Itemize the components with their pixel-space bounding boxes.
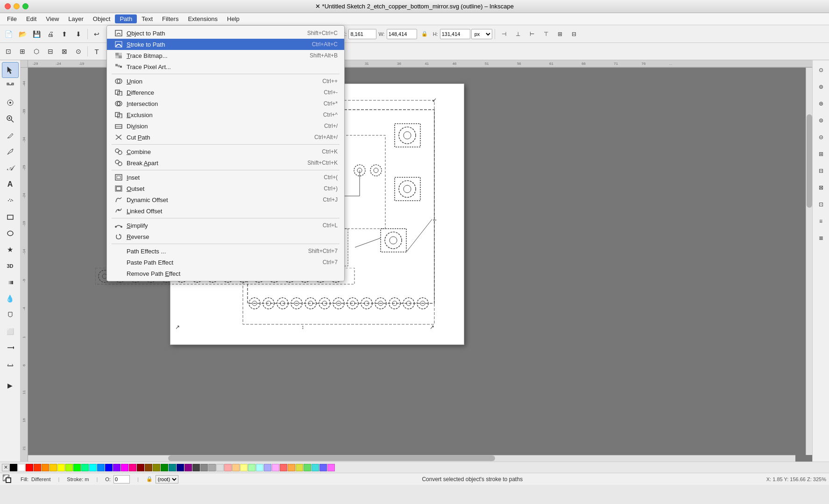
- node-tool[interactable]: [2, 78, 19, 94]
- menu-edit[interactable]: Edit: [21, 14, 41, 23]
- right-tool6[interactable]: ⊞: [813, 146, 829, 162]
- pencil-tool[interactable]: [2, 127, 19, 143]
- tb2-btn1[interactable]: ⊡: [2, 45, 15, 57]
- new-button[interactable]: 📄: [2, 28, 15, 40]
- menu-extensions[interactable]: Extensions: [183, 14, 222, 23]
- difference-item[interactable]: Difference Ctrl+-: [107, 87, 344, 98]
- text-tool[interactable]: A: [2, 176, 19, 192]
- intersection-item[interactable]: Intersection Ctrl+*: [107, 98, 344, 109]
- right-tool5[interactable]: ⊝: [813, 129, 829, 145]
- color-periwinkle[interactable]: [319, 464, 327, 471]
- open-button[interactable]: 📂: [16, 28, 29, 40]
- menu-object[interactable]: Object: [88, 14, 115, 23]
- align-left[interactable]: ⊣: [497, 28, 510, 40]
- color-peach[interactable]: [232, 464, 240, 471]
- right-tool7[interactable]: ⊟: [813, 163, 829, 179]
- break-apart-item[interactable]: Break Apart Shift+Ctrl+K: [107, 157, 344, 168]
- color-olive[interactable]: [153, 464, 160, 471]
- color-light-green[interactable]: [248, 464, 255, 471]
- menu-view[interactable]: View: [41, 14, 64, 23]
- tb2-btn6[interactable]: ⊙: [72, 45, 85, 57]
- w-input[interactable]: [387, 29, 417, 39]
- color-navy[interactable]: [177, 464, 184, 471]
- color-light-yellow[interactable]: [240, 464, 248, 471]
- reverse-item[interactable]: Reverse: [107, 231, 344, 242]
- color-orange-red[interactable]: [34, 464, 41, 471]
- 3d-tool[interactable]: 3D: [2, 258, 19, 274]
- color-white[interactable]: [18, 464, 25, 471]
- color-light-gray[interactable]: [208, 464, 216, 471]
- align-bottom[interactable]: ⊟: [567, 28, 581, 40]
- align-center-h[interactable]: ⊥: [511, 28, 524, 40]
- color-green[interactable]: [73, 464, 81, 471]
- right-tool11[interactable]: ≣: [813, 230, 829, 246]
- align-center-v[interactable]: ⊞: [553, 28, 567, 40]
- menu-path[interactable]: Path: [115, 14, 137, 23]
- tb2-btn2[interactable]: ⊞: [16, 45, 29, 57]
- undo-button[interactable]: ↩: [90, 28, 103, 40]
- color-purple[interactable]: [184, 464, 192, 471]
- measure-tool[interactable]: [2, 356, 19, 372]
- color-yellow[interactable]: [57, 464, 65, 471]
- tb2-btn5[interactable]: ⊠: [58, 45, 71, 57]
- right-tool8[interactable]: ⊠: [813, 180, 829, 196]
- scrollbar-horizontal[interactable]: [28, 455, 795, 462]
- circle-tool[interactable]: [2, 225, 19, 241]
- color-gray[interactable]: [200, 464, 208, 471]
- color-brown[interactable]: [145, 464, 152, 471]
- inset-item[interactable]: Inset Ctrl+(: [107, 172, 344, 183]
- color-dark-green[interactable]: [161, 464, 168, 471]
- right-tool9[interactable]: ⊡: [813, 196, 829, 212]
- division-item[interactable]: Division Ctrl+/: [107, 120, 344, 132]
- menu-layer[interactable]: Layer: [64, 14, 88, 23]
- menu-filters[interactable]: Filters: [157, 14, 183, 23]
- outset-item[interactable]: Outset Ctrl+): [107, 183, 344, 194]
- color-salmon[interactable]: [280, 464, 287, 471]
- exclusion-item[interactable]: Exclusion Ctrl+^: [107, 109, 344, 120]
- color-magenta[interactable]: [121, 464, 128, 471]
- color-black[interactable]: [10, 464, 17, 471]
- color-yellow-green[interactable]: [65, 464, 73, 471]
- stroke-swatch[interactable]: [6, 477, 11, 483]
- import-button[interactable]: ⬆: [58, 28, 71, 40]
- color-orchid[interactable]: [327, 464, 335, 471]
- right-tool10[interactable]: ≡: [813, 213, 829, 229]
- color-lavender[interactable]: [272, 464, 279, 471]
- color-orange[interactable]: [42, 464, 49, 471]
- save-button[interactable]: 💾: [30, 28, 43, 40]
- color-dark-red[interactable]: [137, 464, 144, 471]
- tweak-tool[interactable]: [2, 95, 19, 111]
- scrollbar-thumb-h[interactable]: [168, 455, 495, 461]
- h-input[interactable]: [440, 29, 470, 39]
- color-pink[interactable]: [129, 464, 136, 471]
- combine-item[interactable]: Combine Ctrl+K: [107, 146, 344, 157]
- cut-path-item[interactable]: Cut Path Ctrl+Alt+/: [107, 132, 344, 143]
- union-item[interactable]: Union Ctrl++: [107, 76, 344, 87]
- dropper-tool[interactable]: 💧: [2, 291, 19, 307]
- color-teal-light[interactable]: [81, 464, 89, 471]
- menu-file[interactable]: File: [2, 14, 21, 23]
- zoom-tool[interactable]: [2, 111, 19, 127]
- path-effects-item[interactable]: Path Effects ... Shift+Ctrl+7: [107, 245, 344, 257]
- color-dark-gray[interactable]: [192, 464, 200, 471]
- align-right[interactable]: ⊢: [525, 28, 538, 40]
- x-input[interactable]: [348, 29, 376, 39]
- menu-text[interactable]: Text: [137, 14, 157, 23]
- select-tool[interactable]: [2, 62, 19, 78]
- scrollbar-thumb-v[interactable]: [807, 114, 812, 208]
- simplify-item[interactable]: Simplify Ctrl+L: [107, 220, 344, 231]
- paint-tool[interactable]: [2, 307, 19, 323]
- color-light-blue[interactable]: [264, 464, 271, 471]
- rect-tool[interactable]: [2, 209, 19, 225]
- pen-tool[interactable]: [2, 144, 19, 160]
- right-tool4[interactable]: ⊜: [813, 112, 829, 128]
- tb2-btn4[interactable]: ⊟: [44, 45, 57, 57]
- right-tool2[interactable]: ⊚: [813, 79, 829, 95]
- paste-path-effect-item[interactable]: Paste Path Effect Ctrl+7: [107, 257, 344, 268]
- color-cyan[interactable]: [89, 464, 97, 471]
- layer-select[interactable]: (root): [156, 475, 178, 483]
- tb2-btn3[interactable]: ⬡: [30, 45, 43, 57]
- color-red[interactable]: [26, 464, 33, 471]
- color-sky[interactable]: [97, 464, 105, 471]
- dynamic-offset-item[interactable]: Dynamic Offset Ctrl+J: [107, 194, 344, 205]
